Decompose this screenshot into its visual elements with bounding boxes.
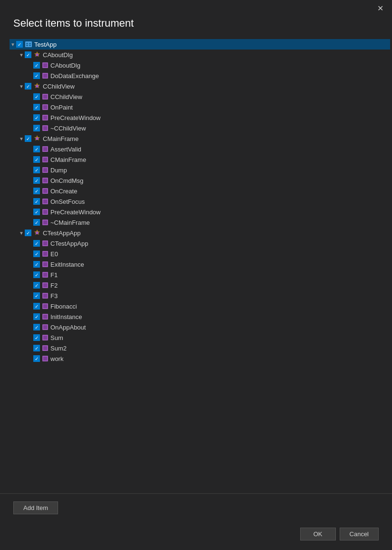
checkbox-cmainframe-ctor[interactable]: ✓: [33, 156, 40, 163]
label-work: work: [50, 355, 63, 362]
tree-row-cchildview-ctor[interactable]: ✓ CChildView: [10, 91, 390, 102]
checkbox-ctestappapp-ctor[interactable]: ✓: [33, 240, 40, 247]
label-cmainframe-ctor: CMainFrame: [50, 156, 86, 163]
expand-arrow-empty19: [27, 283, 33, 288]
footer-buttons: OK Cancel: [0, 522, 392, 550]
svg-rect-54: [43, 325, 47, 329]
tree-row-onpaint[interactable]: ✓ OnPaint: [10, 102, 390, 112]
svg-rect-46: [43, 283, 47, 287]
checkbox-cchildview-ctor[interactable]: ✓: [33, 93, 40, 100]
tree-row-sum[interactable]: ✓ Sum: [10, 332, 390, 343]
method-icon-13: [42, 209, 49, 215]
dialog: ✕ Select items to instrument ▼ ✓ TestApp: [0, 0, 392, 550]
expand-arrow-ctestappapp[interactable]: ▼: [18, 230, 25, 236]
titlebar: ✕: [0, 0, 392, 13]
label-ctestappapp-ctor: CTestAppApp: [50, 240, 88, 247]
expand-arrow-empty5: [27, 115, 33, 120]
close-button[interactable]: ✕: [374, 4, 386, 13]
checkbox-oncreate[interactable]: ✓: [33, 188, 40, 194]
tree-row-oncmdmsg[interactable]: ✓ OnCmdMsg: [10, 175, 390, 186]
cancel-button[interactable]: Cancel: [340, 528, 379, 540]
expand-arrow-empty4: [27, 105, 33, 110]
checkbox-onsetfocus[interactable]: ✓: [33, 198, 40, 205]
checkbox-fibonacci[interactable]: ✓: [33, 303, 40, 310]
checkbox-precreatewindow-1[interactable]: ✓: [33, 114, 40, 121]
add-item-button[interactable]: Add Item: [13, 501, 58, 514]
tree-row-caboutdlg-ctor[interactable]: ✓ CAboutDlg: [10, 60, 390, 70]
checkbox-caboutdlg[interactable]: ✓: [25, 51, 31, 58]
checkbox-dodataexchange[interactable]: ✓: [33, 72, 40, 79]
checkbox-ctestappapp[interactable]: ✓: [25, 230, 31, 236]
tree-row-dump[interactable]: ✓ Dump: [10, 165, 390, 175]
checkbox-testapp[interactable]: ✓: [16, 41, 23, 48]
checkbox-cchildview[interactable]: ✓: [25, 83, 31, 90]
checkbox-onappabout[interactable]: ✓: [33, 324, 40, 330]
label-caboutdlg: CAboutDlg: [43, 51, 73, 59]
tree-container[interactable]: ▼ ✓ TestApp ▼ ✓: [0, 37, 390, 493]
checkbox-f3[interactable]: ✓: [33, 292, 40, 299]
tree-row-assertvalid[interactable]: ✓ AssertValid: [10, 144, 390, 154]
tree-row-precreatewindow-2[interactable]: ✓ PreCreateWindow: [10, 207, 390, 217]
tree-row-exitinstance[interactable]: ✓ ExitInstance: [10, 259, 390, 270]
tree-row-testapp[interactable]: ▼ ✓ TestApp: [10, 39, 390, 50]
tree-row-e0[interactable]: ✓ E0: [10, 249, 390, 259]
tree-row-fibonacci[interactable]: ✓ Fibonacci: [10, 301, 390, 311]
tree-row-sum2[interactable]: ✓ Sum2: [10, 343, 390, 353]
svg-rect-48: [43, 294, 47, 298]
tree-row-dtor-cchildview[interactable]: ✓ ~CChildView: [10, 123, 390, 133]
checkbox-sum[interactable]: ✓: [33, 334, 40, 341]
tree-row-f1[interactable]: ✓ F1: [10, 270, 390, 280]
tree-row-f3[interactable]: ✓ F3: [10, 290, 390, 301]
checkbox-cmainframe[interactable]: ✓: [25, 135, 31, 142]
tree-row-caboutdlg[interactable]: ▼ ✓ CAboutDlg: [10, 50, 390, 60]
method-icon-11: [42, 188, 49, 194]
checkbox-precreatewindow-2[interactable]: ✓: [33, 209, 40, 215]
tree-row-cchildview[interactable]: ▼ ✓ CChildView: [10, 81, 390, 91]
checkbox-onpaint[interactable]: ✓: [33, 104, 40, 110]
tree-row-oncreate[interactable]: ✓ OnCreate: [10, 186, 390, 196]
tree-row-cmainframe[interactable]: ▼ ✓ CMainFrame: [10, 133, 390, 144]
svg-rect-52: [43, 315, 47, 319]
dialog-title: Select items to instrument: [0, 13, 392, 37]
tree-row-cmainframe-ctor[interactable]: ✓ CMainFrame: [10, 154, 390, 165]
label-cchildview: CChildView: [43, 83, 75, 90]
expand-arrow-cchildview[interactable]: ▼: [18, 84, 25, 89]
checkbox-dtor-cchildview[interactable]: ✓: [33, 125, 40, 131]
expand-arrow-caboutdlg[interactable]: ▼: [18, 52, 25, 58]
tree-row-f2[interactable]: ✓ F2: [10, 280, 390, 290]
checkbox-work[interactable]: ✓: [33, 355, 40, 362]
tree-row-dtor-cmainframe[interactable]: ✓ ~CMainFrame: [10, 217, 390, 228]
checkbox-dtor-cmainframe[interactable]: ✓: [33, 219, 40, 226]
checkbox-f2[interactable]: ✓: [33, 282, 40, 289]
label-ctestappapp: CTestAppApp: [43, 230, 81, 237]
checkbox-sum2[interactable]: ✓: [33, 345, 40, 351]
checkbox-oncmdmsg[interactable]: ✓: [33, 177, 40, 184]
ok-button[interactable]: OK: [300, 528, 336, 540]
expand-arrow-testapp[interactable]: ▼: [10, 42, 16, 47]
tree-row-ctestappapp[interactable]: ▼ ✓ CTestAppApp: [10, 228, 390, 238]
tree-row-onsetfocus[interactable]: ✓ OnSetFocus: [10, 196, 390, 207]
tree-row-dodataexchange[interactable]: ✓ DoDataExchange: [10, 70, 390, 81]
checkbox-dump[interactable]: ✓: [33, 167, 40, 173]
tree-row-work[interactable]: ✓ work: [10, 353, 390, 364]
checkbox-assertvalid[interactable]: ✓: [33, 146, 40, 152]
checkbox-f1[interactable]: ✓: [33, 271, 40, 278]
method-icon-18: [42, 271, 49, 278]
tree-row-initinstance[interactable]: ✓ InitInstance: [10, 311, 390, 322]
checkbox-exitinstance[interactable]: ✓: [33, 261, 40, 268]
svg-point-36: [36, 231, 39, 234]
svg-rect-35: [43, 220, 47, 224]
expand-arrow-empty11: [27, 189, 33, 194]
method-icon-9: [42, 167, 49, 173]
expand-arrow-cmainframe[interactable]: ▼: [18, 136, 25, 141]
checkbox-caboutdlg-ctor[interactable]: ✓: [33, 62, 40, 69]
tree-row-ctestappapp-ctor[interactable]: ✓ CTestAppApp: [10, 238, 390, 249]
checkbox-e0[interactable]: ✓: [33, 250, 40, 257]
checkbox-initinstance[interactable]: ✓: [33, 313, 40, 320]
tree-row-onappabout[interactable]: ✓ OnAppAbout: [10, 322, 390, 332]
svg-rect-42: [43, 262, 47, 266]
label-caboutdlg-ctor: CAboutDlg: [50, 62, 80, 69]
method-icon-25: [42, 345, 49, 351]
expand-arrow-empty7: [27, 147, 33, 152]
tree-row-precreatewindow-1[interactable]: ✓ PreCreateWindow: [10, 112, 390, 123]
